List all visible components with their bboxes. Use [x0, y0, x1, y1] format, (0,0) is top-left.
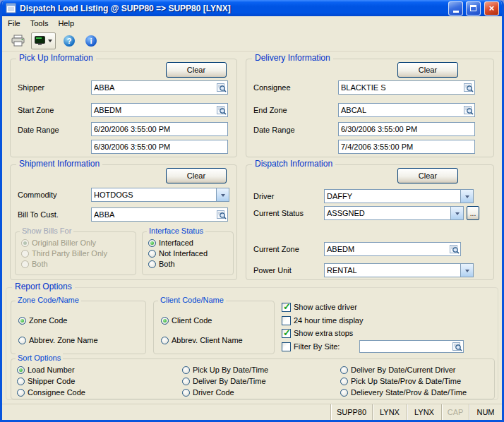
commodity-combo[interactable]: HOTDOGS: [91, 188, 229, 202]
menu-help[interactable]: Help: [53, 18, 79, 30]
lookup-icon[interactable]: [217, 210, 227, 219]
menu-tools[interactable]: Tools: [25, 18, 54, 30]
current-zone-label: Current Zone: [253, 245, 299, 253]
consignee-field[interactable]: BLACKTIE S: [338, 80, 475, 95]
help-button[interactable]: ?: [61, 32, 78, 49]
dispatch-clear-button[interactable]: Clear: [397, 168, 458, 183]
radio-delivery-state-prov-date-time[interactable]: Delievery State/Prov & Date/Time: [340, 387, 467, 397]
pickup-date-from-value: 6/20/2006 3:55:00 PM: [94, 125, 170, 133]
bill-to-value: ABBA: [94, 210, 114, 219]
radio-load-number[interactable]: Load Number: [17, 365, 75, 375]
pickup-date-from-field[interactable]: 6/20/2006 3:55:00 PM: [91, 122, 228, 136]
delivery-clear-button[interactable]: Clear: [397, 62, 458, 78]
status-panel-num-lock: NUM: [469, 404, 502, 420]
zone-code-name-group: Zone Code/Name Zone Code Abbrev. Zone Na…: [11, 301, 146, 354]
pickup-date-to-field[interactable]: 6/30/2006 3:55:00 PM: [91, 140, 228, 154]
radio-not-interfaced[interactable]: Not Interfaced: [148, 248, 208, 258]
dispatch-information-title: Dispatch Information: [252, 159, 335, 169]
pickup-clear-button[interactable]: Clear: [166, 62, 227, 78]
power-unit-combo[interactable]: RENTAL: [324, 263, 474, 277]
status-bar: SUPP80 LYNX LYNX CAP NUM: [2, 404, 502, 420]
dropdown-arrow-icon: [48, 40, 52, 44]
maximize-button[interactable]: [466, 1, 481, 16]
lookup-icon[interactable]: [217, 106, 227, 115]
radio-label: Not Interfaced: [159, 249, 208, 258]
checkbox-label: Show active driver: [294, 303, 357, 311]
delivery-date-from-value: 6/30/2006 3:55:00 PM: [341, 125, 417, 133]
radio-driver-code[interactable]: Driver Code: [182, 387, 234, 397]
current-zone-value: ABEDM: [327, 245, 354, 253]
start-zone-field[interactable]: ABEDM: [91, 103, 228, 117]
radio-bills-both[interactable]: Both: [21, 259, 48, 269]
power-unit-label: Power Unit: [253, 266, 292, 275]
radio-label: Driver Code: [193, 388, 234, 397]
checkbox-show-active-driver[interactable]: Show active driver: [282, 302, 357, 312]
radio-deliver-by-date-time[interactable]: Deliver By Date/Time: [182, 376, 266, 386]
radio-dot: [21, 239, 29, 247]
radio-zone-code[interactable]: Zone Code: [18, 315, 67, 325]
radio-abbrev-zone-name[interactable]: Abbrev. Zone Name: [18, 335, 98, 345]
radio-deliver-by-date-current-driver[interactable]: Deliver By Date/Current Driver: [340, 365, 456, 375]
chevron-down-icon[interactable]: [460, 190, 473, 203]
print-button[interactable]: [9, 32, 26, 49]
dispatch-information-group: Dispatch Information Clear Driver DAFFY …: [246, 164, 494, 280]
window-title: Dispatch Load Listing @ SUPP80 => SUPP80…: [20, 4, 445, 13]
radio-pick-up-by-date-time[interactable]: Pick Up By Date/Time: [182, 365, 268, 375]
screen-dropdown-button[interactable]: [31, 32, 56, 49]
status-panel-user: LYNX: [372, 404, 407, 420]
help-icon: ?: [64, 35, 75, 47]
chevron-down-icon[interactable]: [460, 264, 473, 277]
chevron-down-icon[interactable]: [450, 207, 463, 219]
checkbox-filter-by-site[interactable]: Filter By Site:: [282, 342, 340, 351]
info-button[interactable]: i: [83, 32, 100, 49]
radio-consignee-code[interactable]: Consignee Code: [17, 387, 85, 397]
print-icon: [11, 35, 25, 47]
titlebar[interactable]: Dispatch Load Listing @ SUPP80 => SUPP80…: [2, 0, 502, 16]
radio-original-biller-only[interactable]: Original Biller Only: [21, 238, 96, 248]
radio-interface-both[interactable]: Both: [148, 259, 175, 269]
status-ellipsis-button[interactable]: ...: [467, 206, 479, 220]
bill-to-field[interactable]: ABBA: [91, 207, 228, 222]
checkbox-box: [282, 303, 291, 312]
toolbar: ? i: [2, 30, 502, 52]
minimize-button[interactable]: [448, 1, 463, 16]
lookup-icon[interactable]: [452, 342, 462, 351]
lookup-icon[interactable]: [217, 83, 227, 92]
lookup-icon[interactable]: [450, 245, 460, 254]
filter-by-site-field[interactable]: [359, 340, 464, 353]
client-code-name-group: Client Code/Name Client Code Abbrev. Cli…: [153, 301, 275, 354]
commodity-value: HOTDOGS: [94, 191, 133, 199]
current-status-combo[interactable]: ASSGNED: [324, 206, 464, 220]
sort-options-title: Sort Options: [16, 354, 63, 362]
lookup-icon[interactable]: [464, 83, 474, 92]
radio-third-party-biller-only[interactable]: Third Party Biller Only: [21, 248, 107, 258]
sort-options-group: Sort Options Load Number Shipper Code Co…: [11, 358, 495, 399]
radio-client-code[interactable]: Client Code: [161, 315, 212, 325]
minimize-icon: [453, 11, 459, 13]
radio-pick-up-state-prov-date-time[interactable]: Pick Up State/Prov & Date/Time: [340, 376, 461, 386]
shipment-information-group: Shipment Information Clear Commodity HOT…: [10, 164, 237, 280]
shipment-clear-button[interactable]: Clear: [166, 168, 227, 183]
menu-file[interactable]: File: [3, 18, 25, 30]
close-button[interactable]: ×: [484, 1, 499, 16]
radio-abbrev-client-name[interactable]: Abbrev. Client Name: [161, 335, 243, 345]
delivery-information-group: Delivery Information Clear Consignee BLA…: [246, 59, 494, 157]
driver-combo[interactable]: DAFFY: [324, 189, 474, 203]
lookup-icon[interactable]: [464, 106, 474, 115]
radio-dot: [148, 239, 156, 247]
end-zone-field[interactable]: ABCAL: [338, 103, 475, 117]
interface-status-title: Interface Status: [147, 227, 205, 235]
radio-label: Original Biller Only: [32, 239, 96, 247]
checkbox-show-extra-stops[interactable]: Show extra stops: [282, 328, 353, 338]
current-zone-field[interactable]: ABEDM: [324, 242, 461, 256]
shipper-field[interactable]: ABBA: [91, 80, 228, 95]
radio-dot: [161, 317, 169, 325]
radio-interfaced[interactable]: Interfaced: [148, 238, 193, 248]
checkbox-24-hour-time-display[interactable]: 24 hour time display: [282, 315, 363, 325]
radio-shipper-code[interactable]: Shipper Code: [17, 376, 75, 386]
delivery-date-to-field[interactable]: 7/4/2006 3:55:00 PM: [338, 140, 475, 154]
radio-label: Third Party Biller Only: [32, 249, 107, 258]
chevron-down-icon[interactable]: [216, 188, 229, 201]
delivery-date-from-field[interactable]: 6/30/2006 3:55:00 PM: [338, 122, 475, 136]
end-zone-value: ABCAL: [341, 106, 366, 114]
